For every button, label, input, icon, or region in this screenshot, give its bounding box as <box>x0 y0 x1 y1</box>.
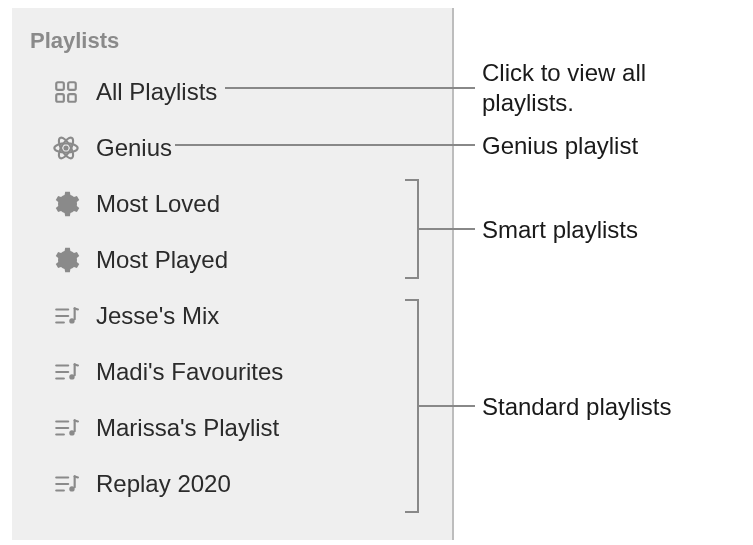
callout-genius: Genius playlist <box>482 131 638 161</box>
callout-smart: Smart playlists <box>482 215 638 245</box>
callout-standard: Standard playlists <box>482 392 671 422</box>
callout-all-playlists: Click to view all playlists. <box>482 58 732 118</box>
